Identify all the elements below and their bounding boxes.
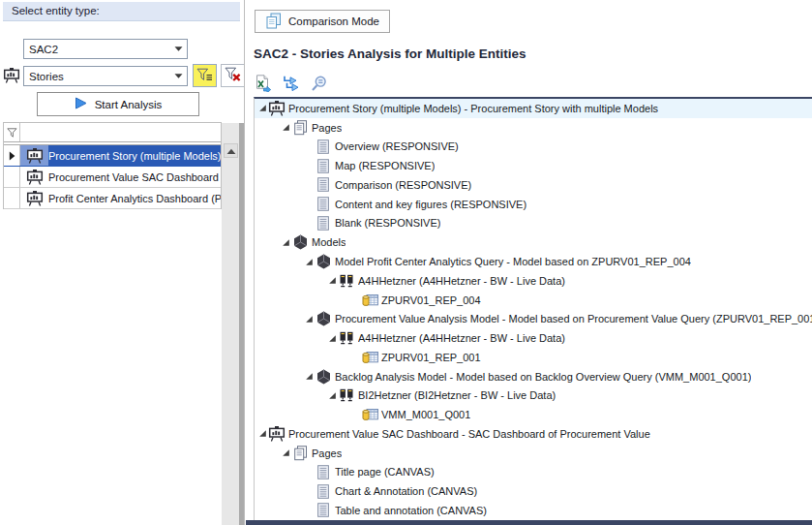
expander-icon[interactable] bbox=[303, 315, 315, 324]
page-icon bbox=[315, 197, 332, 211]
expander-icon[interactable] bbox=[303, 258, 315, 266]
pages-icon bbox=[291, 120, 309, 136]
tree-item-label: ZPURV01_REP_001 bbox=[381, 352, 481, 363]
tree-item[interactable]: Chart & Annotation (CANVAS) bbox=[255, 481, 812, 501]
comparison-mode-button[interactable]: Comparison Mode bbox=[255, 10, 390, 33]
entity-list-header-cell[interactable] bbox=[20, 123, 221, 141]
chevron-down-icon[interactable] bbox=[169, 74, 187, 78]
start-analysis-label: Start Analysis bbox=[95, 99, 163, 110]
panel-divider-line bbox=[244, 0, 245, 525]
connection-icon bbox=[338, 274, 355, 288]
list-item[interactable]: Procurement Story (multiple Models) bbox=[4, 145, 221, 167]
tree-item-label: Content and key figures (RESPONSIVE) bbox=[335, 199, 526, 210]
expander-icon[interactable] bbox=[256, 429, 268, 438]
model-icon bbox=[291, 234, 309, 250]
page-icon bbox=[315, 465, 332, 479]
expander-icon[interactable] bbox=[326, 276, 338, 285]
tree-item-label: A4HHetzner (A4HHetzner - BW - Live Data) bbox=[358, 275, 565, 287]
tree-item[interactable]: Backlog Analysis Model - Model based on … bbox=[255, 367, 812, 386]
tree-item[interactable]: A4HHetzner (A4HHetzner - BW - Live Data) bbox=[255, 328, 812, 348]
query-icon bbox=[361, 408, 378, 421]
clear-filter-button[interactable] bbox=[221, 64, 245, 87]
page-icon bbox=[315, 216, 332, 231]
expander-icon[interactable] bbox=[280, 448, 291, 457]
tree-item[interactable]: Procurement Value Analysis Model - Model… bbox=[255, 309, 812, 328]
page-icon bbox=[315, 503, 332, 517]
tree-item[interactable]: Title page (CANVAS) bbox=[255, 463, 812, 482]
tree-item-label: Pages bbox=[312, 448, 342, 459]
list-item[interactable]: Profit Center Analytics Dashboard (Pr bbox=[4, 188, 221, 209]
model-icon bbox=[315, 369, 332, 385]
list-item-label: Profit Center Analytics Dashboard (Pr bbox=[48, 188, 221, 208]
model-icon bbox=[315, 311, 332, 326]
tree-item-label: Overview (RESPONSIVE) bbox=[335, 140, 459, 152]
entity-type-dropdown[interactable]: SAC2 bbox=[23, 39, 188, 59]
tree-item-label: BI2Hetzner (BI2Hetzner - BW - Live Data) bbox=[358, 389, 556, 401]
up-arrow-icon bbox=[226, 143, 236, 158]
tree-item-label: Procurement Story (multiple Models) - Pr… bbox=[288, 103, 658, 114]
row-gutter bbox=[4, 188, 20, 208]
story-icon bbox=[3, 68, 21, 84]
pages-icon bbox=[291, 446, 309, 461]
page-icon bbox=[315, 139, 332, 154]
tree-item[interactable]: ZPURV01_REP_001 bbox=[255, 348, 812, 367]
tree-item[interactable]: Map (RESPONSIVE) bbox=[255, 156, 812, 175]
story-icon bbox=[268, 426, 286, 442]
zoom-button[interactable] bbox=[308, 75, 329, 95]
entity-list-header bbox=[4, 123, 221, 142]
story-icon bbox=[20, 188, 48, 208]
play-icon bbox=[75, 97, 87, 111]
tree-item[interactable]: Table and annotation (CANVAS) bbox=[255, 501, 812, 520]
tree-item[interactable]: A4HHetzner (A4HHetzner - BW - Live Data) bbox=[255, 271, 812, 291]
bottom-bar bbox=[246, 520, 812, 525]
list-scrollbar[interactable] bbox=[222, 123, 240, 525]
chevron-down-icon[interactable] bbox=[169, 46, 187, 51]
tree-item-label: VMM_M001_Q001 bbox=[381, 409, 470, 420]
list-item[interactable]: Procurement Value SAC Dashboard bbox=[4, 167, 221, 188]
filter-button[interactable] bbox=[193, 64, 217, 87]
expand-all-button[interactable] bbox=[280, 75, 301, 95]
expander-icon[interactable] bbox=[326, 334, 338, 343]
tree-item[interactable]: Comparison (RESPONSIVE) bbox=[255, 175, 812, 195]
current-row-indicator bbox=[4, 145, 20, 166]
tree-item[interactable]: Overview (RESPONSIVE) bbox=[255, 138, 812, 157]
panel-header-label: Select entity type: bbox=[12, 5, 100, 16]
export-excel-button[interactable] bbox=[252, 75, 273, 95]
tree-item[interactable]: Procurement Value SAC Dashboard - SAC Da… bbox=[255, 424, 812, 444]
expander-icon[interactable] bbox=[280, 238, 291, 247]
connection-icon bbox=[338, 388, 355, 402]
tree-item[interactable]: ZPURV01_REP_004 bbox=[255, 291, 812, 310]
expandArrows-icon bbox=[282, 76, 299, 94]
entity-list: Procurement Story (multiple Models)Procu… bbox=[3, 122, 222, 209]
expander-icon[interactable] bbox=[326, 391, 338, 400]
expander-icon[interactable] bbox=[280, 123, 291, 132]
connection-icon bbox=[338, 331, 355, 345]
story-icon bbox=[20, 167, 48, 187]
tree-item[interactable]: Content and key figures (RESPONSIVE) bbox=[255, 195, 812, 214]
app-window: Select entity type: SAC2 Stories Start A… bbox=[0, 0, 812, 525]
tree-item[interactable]: Blank (RESPONSIVE) bbox=[255, 214, 812, 233]
tree-item-label: ZPURV01_REP_004 bbox=[381, 294, 481, 306]
tree-item-label: Procurement Value Analysis Model - Model… bbox=[335, 313, 812, 324]
comparison-mode-label: Comparison Mode bbox=[288, 15, 379, 27]
tree-item[interactable]: BI2Hetzner (BI2Hetzner - BW - Live Data) bbox=[255, 386, 812, 405]
tree-item[interactable]: Model Profit Center Analytics Query - Mo… bbox=[255, 252, 812, 271]
tree-item[interactable]: VMM_M001_Q001 bbox=[255, 405, 812, 424]
start-analysis-button[interactable]: Start Analysis bbox=[37, 92, 199, 116]
grid-filter-icon[interactable] bbox=[4, 123, 20, 141]
tree-item[interactable]: Procurement Story (multiple Models) - Pr… bbox=[255, 99, 812, 118]
expander-icon[interactable] bbox=[256, 104, 268, 112]
panel-header: Select entity type: bbox=[3, 2, 240, 21]
comparison-pages-icon bbox=[265, 13, 282, 31]
analysis-toolbar bbox=[252, 75, 329, 95]
tree-item[interactable]: Models bbox=[255, 232, 812, 252]
tree-item-label: Backlog Analysis Model - Model based on … bbox=[335, 371, 751, 383]
row-gutter bbox=[4, 167, 20, 187]
entity-type-value: SAC2 bbox=[24, 44, 169, 55]
scroll-up-button[interactable] bbox=[224, 143, 238, 158]
tree-item[interactable]: Pages bbox=[255, 444, 812, 463]
filter-clear-icon bbox=[225, 67, 241, 84]
entity-subtype-dropdown[interactable]: Stories bbox=[23, 66, 188, 86]
tree-item[interactable]: Pages bbox=[255, 118, 812, 138]
expander-icon[interactable] bbox=[303, 372, 315, 381]
